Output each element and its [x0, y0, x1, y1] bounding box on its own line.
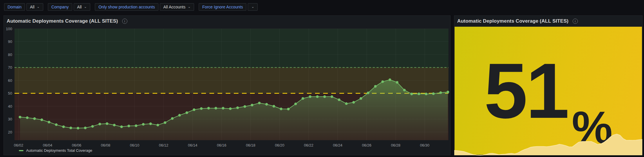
- variable-force-ignore-accounts: Force Ignore Accounts ⌄: [199, 3, 258, 11]
- chevron-down-icon: ⌄: [188, 5, 191, 8]
- variable-company: Company All⌄: [48, 3, 91, 11]
- chevron-down-icon: ⌄: [37, 5, 40, 8]
- stat-panel-header[interactable]: Automatic Deployments Coverage (ALL SITE…: [454, 16, 642, 27]
- stat-value: 51: [484, 63, 568, 119]
- variable-company-dropdown[interactable]: All⌄: [74, 3, 91, 11]
- variable-domain: Domain All⌄: [4, 3, 43, 11]
- stat-value-block: 51 %: [454, 27, 642, 155]
- chevron-down-icon: ⌄: [84, 5, 87, 8]
- timeseries-panel: Automatic Deployments Coverage (ALL SITE…: [3, 15, 451, 155]
- variable-force-ignore-accounts-dropdown[interactable]: ⌄: [248, 3, 258, 11]
- info-icon[interactable]: [122, 19, 127, 24]
- variable-domain-label: Domain: [4, 3, 25, 11]
- legend-item[interactable]: Automatic Deployments Total Coverage: [19, 148, 92, 153]
- variable-company-label: Company: [48, 3, 72, 11]
- variable-production-accounts-label: Only show production accounts: [95, 3, 158, 11]
- variable-production-accounts-dropdown[interactable]: All Accounts⌄: [160, 3, 194, 11]
- dashboard-variables-toolbar: Domain All⌄ Company All⌄ Only show produ…: [4, 3, 262, 11]
- variable-force-ignore-accounts-label: Force Ignore Accounts: [199, 3, 246, 11]
- info-icon[interactable]: [573, 19, 578, 24]
- chevron-down-icon: ⌄: [251, 5, 254, 8]
- variable-domain-dropdown[interactable]: All⌄: [26, 3, 43, 11]
- timeseries-panel-header[interactable]: Automatic Deployments Coverage (ALL SITE…: [4, 16, 450, 27]
- legend-series-marker: [19, 150, 23, 151]
- stat-unit: %: [572, 111, 613, 144]
- legend-series-label: Automatic Deployments Total Coverage: [26, 148, 92, 153]
- timeseries-panel-title[interactable]: Automatic Deployments Coverage (ALL SITE…: [7, 18, 118, 24]
- stat-panel: Automatic Deployments Coverage (ALL SITE…: [454, 15, 643, 155]
- variable-production-accounts: Only show production accounts All Accoun…: [95, 3, 194, 11]
- stat-panel-title[interactable]: Automatic Deployments Coverage (ALL SITE…: [457, 18, 569, 24]
